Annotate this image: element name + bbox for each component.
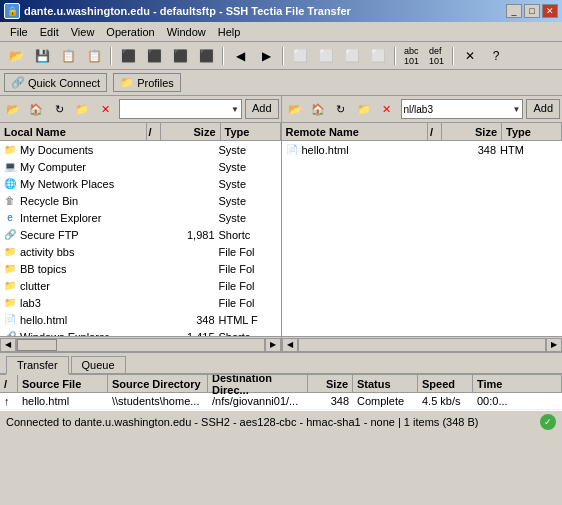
toolbar-btn-11[interactable]: ⬜ [288, 45, 312, 67]
right-delete-btn[interactable]: ✕ [376, 99, 398, 119]
toolbar-btn-abc[interactable]: abc101 [400, 45, 423, 67]
left-scroll-track[interactable] [16, 338, 265, 352]
left-col-name[interactable]: Local Name [0, 123, 147, 140]
right-open-btn[interactable]: 📂 [284, 99, 306, 119]
transfer-col-source[interactable]: Source File [18, 375, 108, 392]
toolbar-btn-3[interactable]: 📋 [56, 45, 80, 67]
menu-edit[interactable]: Edit [34, 24, 65, 40]
item-name: hello.html [302, 144, 446, 156]
scroll-left-btn[interactable]: ◀ [282, 338, 298, 352]
transfer-col-status[interactable]: Status [353, 375, 418, 392]
menu-help[interactable]: Help [212, 24, 247, 40]
toolbar-btn-9[interactable]: ◀ [228, 45, 252, 67]
right-path-combo[interactable]: nl/lab3 ▼ [401, 99, 524, 119]
toolbar-btn-12[interactable]: ⬜ [314, 45, 338, 67]
close-button[interactable]: ✕ [542, 4, 558, 18]
right-scroll-track[interactable] [298, 338, 547, 352]
window-controls: _ □ ✕ [506, 4, 558, 18]
scroll-right-btn[interactable]: ▶ [546, 338, 562, 352]
toolbar-btn-cancel[interactable]: ✕ [458, 45, 482, 67]
toolbar-btn-10[interactable]: ▶ [254, 45, 278, 67]
left-col-slash[interactable]: / [147, 123, 161, 140]
scroll-left-btn[interactable]: ◀ [0, 338, 16, 352]
toolbar-btn-2[interactable]: 💾 [30, 45, 54, 67]
tab-transfer[interactable]: Transfer [6, 356, 69, 375]
transfer-status: Complete [353, 393, 418, 409]
transfer-col-time[interactable]: Time [473, 375, 562, 392]
right-col-slash[interactable]: / [428, 123, 442, 140]
app-icon: 🔒 [4, 3, 20, 19]
toolbar-sep-3 [282, 47, 284, 65]
left-open-btn[interactable]: 📂 [2, 99, 24, 119]
tab-queue[interactable]: Queue [71, 356, 126, 373]
transfer-row[interactable]: ↑ hello.html \\students\home... /nfs/gio… [0, 393, 562, 410]
toolbar-btn-question[interactable]: ? [484, 45, 508, 67]
toolbar-btn-1[interactable]: 📂 [4, 45, 28, 67]
menu-operation[interactable]: Operation [100, 24, 160, 40]
right-col-size[interactable]: Size [442, 123, 502, 140]
toolbar-sep-1 [110, 47, 112, 65]
list-item[interactable]: 📁 BB topics File Fol [0, 260, 281, 277]
toolbar-btn-7[interactable]: ⬛ [168, 45, 192, 67]
quick-connect-button[interactable]: 🔗 Quick Connect [4, 73, 107, 92]
toolbar-btn-4[interactable]: 📋 [82, 45, 106, 67]
toolbar-btn-def[interactable]: def101 [425, 45, 448, 67]
list-item[interactable]: 💻 My Computer Syste [0, 158, 281, 175]
transfer-col-size[interactable]: Size [308, 375, 353, 392]
transfer-col-dstdir[interactable]: Destination Direc... [208, 375, 308, 392]
right-refresh-btn[interactable]: ↻ [330, 99, 352, 119]
right-scrollbar[interactable]: ◀ ▶ [282, 336, 563, 352]
left-add-button[interactable]: Add [245, 99, 279, 119]
list-item[interactable]: 📄 hello.html 348 HTML F [0, 311, 281, 328]
item-name: activity bbs [20, 246, 164, 258]
maximize-button[interactable]: □ [524, 4, 540, 18]
transfer-col-speed[interactable]: Speed [418, 375, 473, 392]
right-file-list[interactable]: 📄 hello.html 348 HTM [282, 141, 563, 336]
menu-window[interactable]: Window [161, 24, 212, 40]
scroll-thumb[interactable] [17, 339, 57, 351]
transfer-col-arrow[interactable]: / [0, 375, 18, 392]
toolbar-btn-6[interactable]: ⬛ [142, 45, 166, 67]
profiles-button[interactable]: 📁 Profiles [113, 73, 181, 92]
right-col-name[interactable]: Remote Name [282, 123, 429, 140]
list-item[interactable]: 📁 activity bbs File Fol [0, 243, 281, 260]
list-item[interactable]: 📄 hello.html 348 HTM [282, 141, 563, 158]
list-item[interactable]: 📁 clutter File Fol [0, 277, 281, 294]
quick-connect-icon: 🔗 [11, 76, 25, 89]
list-item[interactable]: 📁 My Documents Syste [0, 141, 281, 158]
transfer-col-srcdir[interactable]: Source Directory [108, 375, 208, 392]
scroll-right-btn[interactable]: ▶ [265, 338, 281, 352]
left-home-btn[interactable]: 🏠 [25, 99, 47, 119]
right-home-btn[interactable]: 🏠 [307, 99, 329, 119]
main-content: Local Name / Size Type 📁 My Documents Sy… [0, 123, 562, 353]
list-item[interactable]: 🗑 Recycle Bin Syste [0, 192, 281, 209]
left-file-list[interactable]: 📁 My Documents Syste 💻 My Computer Syste… [0, 141, 281, 336]
item-size: 348 [445, 144, 500, 156]
item-type: File Fol [219, 263, 279, 275]
right-add-button[interactable]: Add [526, 99, 560, 119]
toolbar-btn-5[interactable]: ⬛ [116, 45, 140, 67]
item-type: HTM [500, 144, 560, 156]
item-name: lab3 [20, 297, 164, 309]
left-scrollbar[interactable]: ◀ ▶ [0, 336, 281, 352]
right-col-type[interactable]: Type [502, 123, 562, 140]
menu-view[interactable]: View [65, 24, 101, 40]
toolbar-btn-8[interactable]: ⬛ [194, 45, 218, 67]
right-newfolder-btn[interactable]: 📁 [353, 99, 375, 119]
list-item[interactable]: e Internet Explorer Syste [0, 209, 281, 226]
list-item[interactable]: 📁 lab3 File Fol [0, 294, 281, 311]
left-col-size[interactable]: Size [161, 123, 221, 140]
list-item[interactable]: 🌐 My Network Places Syste [0, 175, 281, 192]
toolbar-btn-14[interactable]: ⬜ [366, 45, 390, 67]
left-col-type[interactable]: Type [221, 123, 281, 140]
shortcut-icon: 🔗 [2, 228, 18, 242]
list-item[interactable]: 🔗 Windows Explorer 1,415 Shortc [0, 328, 281, 336]
menu-file[interactable]: File [4, 24, 34, 40]
left-refresh-btn[interactable]: ↻ [48, 99, 70, 119]
toolbar-btn-13[interactable]: ⬜ [340, 45, 364, 67]
minimize-button[interactable]: _ [506, 4, 522, 18]
list-item[interactable]: 🔗 Secure FTP 1,981 Shortc [0, 226, 281, 243]
left-delete-btn[interactable]: ✕ [94, 99, 116, 119]
left-newfolder-btn[interactable]: 📁 [71, 99, 93, 119]
left-path-combo[interactable]: ▼ [119, 99, 242, 119]
